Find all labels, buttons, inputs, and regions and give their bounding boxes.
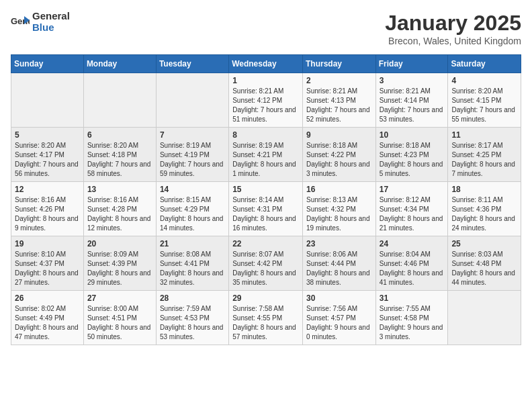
daylight-text: Daylight: 8 hours and 32 minutes. — [160, 269, 224, 286]
sunrise-text: Sunrise: 8:15 AM — [160, 196, 211, 203]
sunrise-text: Sunrise: 8:09 AM — [87, 250, 138, 258]
daylight-text: Daylight: 7 hours and 53 minutes. — [380, 106, 443, 123]
sunrise-text: Sunrise: 8:16 AM — [15, 196, 66, 203]
weekday-header-saturday: Saturday — [448, 55, 521, 73]
calendar-cell: 17 Sunrise: 8:12 AM Sunset: 4:34 PM Dayl… — [375, 182, 448, 236]
day-number: 15 — [232, 185, 299, 194]
daylight-text: Daylight: 8 hours and 1 minute. — [232, 161, 296, 177]
day-number: 20 — [87, 239, 152, 248]
daylight-text: Daylight: 8 hours and 24 minutes. — [451, 215, 515, 232]
weekday-header-sunday: Sunday — [11, 55, 84, 73]
calendar-cell — [83, 73, 156, 128]
day-number: 11 — [451, 130, 517, 140]
sunset-text: Sunset: 4:39 PM — [87, 260, 137, 267]
day-number: 14 — [160, 185, 225, 194]
day-info: Sunrise: 8:21 AM Sunset: 4:12 PM Dayligh… — [232, 87, 299, 124]
day-number: 9 — [306, 130, 372, 140]
sunset-text: Sunset: 4:31 PM — [232, 205, 282, 213]
sunrise-text: Sunrise: 8:14 AM — [232, 196, 283, 203]
calendar-cell: 5 Sunrise: 8:20 AM Sunset: 4:17 PM Dayli… — [11, 128, 84, 182]
day-number: 12 — [15, 185, 80, 194]
sunrise-text: Sunrise: 8:19 AM — [232, 142, 283, 149]
calendar-cell: 18 Sunrise: 8:11 AM Sunset: 4:36 PM Dayl… — [448, 182, 521, 236]
daylight-text: Daylight: 8 hours and 50 minutes. — [87, 324, 151, 340]
calendar-week-1: 1 Sunrise: 8:21 AM Sunset: 4:12 PM Dayli… — [11, 73, 521, 128]
calendar-cell: 14 Sunrise: 8:15 AM Sunset: 4:29 PM Dayl… — [156, 182, 228, 236]
daylight-text: Daylight: 8 hours and 5 minutes. — [380, 161, 443, 177]
sunset-text: Sunset: 4:19 PM — [160, 151, 210, 158]
calendar-cell: 30 Sunrise: 7:56 AM Sunset: 4:57 PM Dayl… — [302, 291, 375, 345]
sunset-text: Sunset: 4:25 PM — [451, 151, 501, 158]
sunset-text: Sunset: 4:41 PM — [160, 260, 210, 267]
weekday-header-row: SundayMondayTuesdayWednesdayThursdayFrid… — [11, 55, 521, 73]
day-info: Sunrise: 8:00 AM Sunset: 4:51 PM Dayligh… — [87, 304, 152, 342]
daylight-text: Daylight: 8 hours and 38 minutes. — [306, 269, 370, 286]
daylight-text: Daylight: 8 hours and 14 minutes. — [160, 215, 224, 232]
day-info: Sunrise: 8:09 AM Sunset: 4:39 PM Dayligh… — [87, 250, 152, 287]
day-info: Sunrise: 8:13 AM Sunset: 4:32 PM Dayligh… — [306, 195, 372, 233]
sunset-text: Sunset: 4:28 PM — [87, 205, 137, 213]
day-info: Sunrise: 8:12 AM Sunset: 4:34 PM Dayligh… — [380, 195, 445, 233]
day-number: 31 — [380, 293, 445, 303]
logo-general-text: General — [32, 11, 70, 22]
day-info: Sunrise: 8:21 AM Sunset: 4:14 PM Dayligh… — [380, 87, 445, 124]
calendar-cell — [156, 73, 228, 128]
sunrise-text: Sunrise: 8:20 AM — [15, 142, 66, 149]
day-info: Sunrise: 8:06 AM Sunset: 4:44 PM Dayligh… — [306, 250, 372, 287]
day-number: 19 — [15, 239, 80, 248]
month-title: January 2025 — [385, 11, 521, 36]
daylight-text: Daylight: 9 hours and 3 minutes. — [380, 324, 443, 340]
sunset-text: Sunset: 4:34 PM — [380, 205, 429, 213]
logo: General General Blue — [11, 11, 70, 33]
calendar-cell: 12 Sunrise: 8:16 AM Sunset: 4:26 PM Dayl… — [11, 182, 84, 236]
calendar-cell: 3 Sunrise: 8:21 AM Sunset: 4:14 PM Dayli… — [375, 73, 448, 128]
daylight-text: Daylight: 8 hours and 47 minutes. — [15, 324, 79, 340]
day-info: Sunrise: 8:10 AM Sunset: 4:37 PM Dayligh… — [15, 250, 80, 287]
daylight-text: Daylight: 7 hours and 56 minutes. — [15, 161, 79, 177]
sunset-text: Sunset: 4:21 PM — [232, 151, 282, 158]
calendar-table: SundayMondayTuesdayWednesdayThursdayFrid… — [11, 54, 521, 345]
day-info: Sunrise: 8:03 AM Sunset: 4:48 PM Dayligh… — [451, 250, 517, 287]
day-info: Sunrise: 8:18 AM Sunset: 4:23 PM Dayligh… — [380, 141, 445, 179]
day-info: Sunrise: 8:19 AM Sunset: 4:19 PM Dayligh… — [160, 141, 225, 179]
sunrise-text: Sunrise: 8:16 AM — [87, 196, 138, 203]
weekday-header-tuesday: Tuesday — [156, 55, 228, 73]
calendar-cell: 16 Sunrise: 8:13 AM Sunset: 4:32 PM Dayl… — [302, 182, 375, 236]
day-number: 1 — [232, 76, 299, 85]
title-block: January 2025 Brecon, Wales, United Kingd… — [385, 11, 521, 46]
sunrise-text: Sunrise: 8:12 AM — [380, 196, 431, 203]
sunset-text: Sunset: 4:23 PM — [380, 151, 429, 158]
calendar-cell: 20 Sunrise: 8:09 AM Sunset: 4:39 PM Dayl… — [83, 236, 156, 291]
daylight-text: Daylight: 8 hours and 21 minutes. — [380, 215, 443, 232]
day-info: Sunrise: 8:15 AM Sunset: 4:29 PM Dayligh… — [160, 195, 225, 233]
day-info: Sunrise: 8:21 AM Sunset: 4:13 PM Dayligh… — [306, 87, 372, 124]
sunset-text: Sunset: 4:37 PM — [15, 260, 64, 267]
sunrise-text: Sunrise: 8:07 AM — [232, 250, 283, 258]
calendar-cell: 19 Sunrise: 8:10 AM Sunset: 4:37 PM Dayl… — [11, 236, 84, 291]
calendar-cell: 7 Sunrise: 8:19 AM Sunset: 4:19 PM Dayli… — [156, 128, 228, 182]
day-number: 5 — [15, 130, 80, 140]
daylight-text: Daylight: 7 hours and 52 minutes. — [306, 106, 370, 123]
day-info: Sunrise: 7:59 AM Sunset: 4:53 PM Dayligh… — [160, 304, 225, 342]
sunrise-text: Sunrise: 8:00 AM — [87, 305, 138, 312]
calendar-cell: 1 Sunrise: 8:21 AM Sunset: 4:12 PM Dayli… — [229, 73, 303, 128]
calendar-cell: 9 Sunrise: 8:18 AM Sunset: 4:22 PM Dayli… — [302, 128, 375, 182]
sunrise-text: Sunrise: 8:04 AM — [380, 250, 431, 258]
calendar-cell: 8 Sunrise: 8:19 AM Sunset: 4:21 PM Dayli… — [229, 128, 303, 182]
sunrise-text: Sunrise: 7:59 AM — [160, 305, 211, 312]
day-number: 4 — [451, 76, 517, 85]
calendar-week-4: 19 Sunrise: 8:10 AM Sunset: 4:37 PM Dayl… — [11, 236, 521, 291]
sunrise-text: Sunrise: 7:56 AM — [306, 305, 357, 312]
sunset-text: Sunset: 4:26 PM — [15, 205, 64, 213]
daylight-text: Daylight: 8 hours and 3 minutes. — [306, 161, 370, 177]
day-number: 26 — [15, 293, 80, 303]
daylight-text: Daylight: 7 hours and 51 minutes. — [232, 106, 296, 123]
sunset-text: Sunset: 4:48 PM — [451, 260, 501, 267]
daylight-text: Daylight: 9 hours and 0 minutes. — [306, 324, 370, 340]
day-info: Sunrise: 8:07 AM Sunset: 4:42 PM Dayligh… — [232, 250, 299, 287]
calendar-cell: 23 Sunrise: 8:06 AM Sunset: 4:44 PM Dayl… — [302, 236, 375, 291]
daylight-text: Daylight: 7 hours and 55 minutes. — [451, 106, 515, 123]
day-number: 3 — [380, 76, 445, 85]
sunset-text: Sunset: 4:29 PM — [160, 205, 210, 213]
sunset-text: Sunset: 4:36 PM — [451, 205, 501, 213]
